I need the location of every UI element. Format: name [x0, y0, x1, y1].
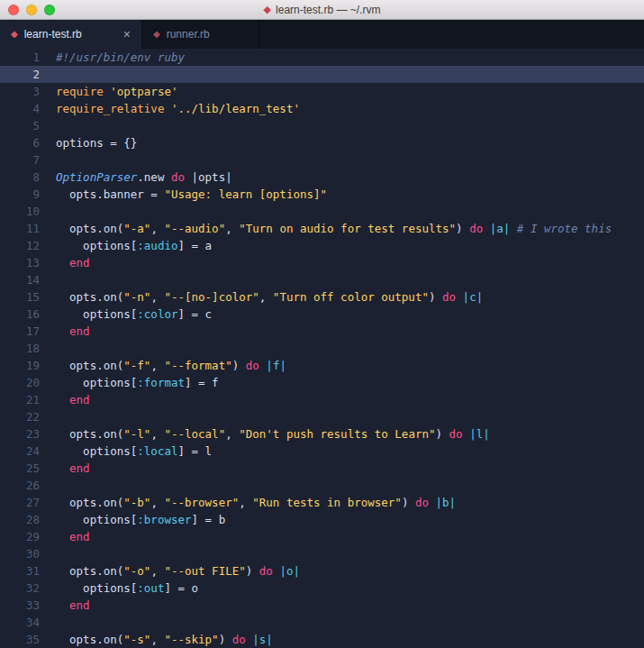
line-number: 17: [0, 323, 40, 340]
code-line[interactable]: 11 opts.on("-a", "--audio", "Turn on aud…: [0, 220, 644, 237]
code-line[interactable]: 29 end: [0, 528, 644, 545]
code-line[interactable]: 17 end: [0, 323, 644, 340]
code-line[interactable]: 28 options[:browser] = b: [0, 511, 644, 528]
line-number: 31: [0, 562, 40, 580]
code-line[interactable]: 9 opts.banner = "Usage: learn [options]": [0, 186, 644, 203]
code-line[interactable]: 23 opts.on("-l", "--local", "Don't push …: [0, 425, 644, 443]
code-line[interactable]: 16 options[:color] = c: [0, 306, 644, 323]
code-line[interactable]: 14: [0, 271, 644, 288]
line-number: 19: [0, 357, 40, 374]
line-number: 35: [0, 631, 40, 648]
line-number: 18: [0, 340, 40, 357]
code-line[interactable]: 21 end: [0, 391, 644, 408]
line-number: 12: [0, 237, 40, 254]
code-line[interactable]: 19 opts.on("-f", "--format") do |f|: [0, 357, 644, 374]
line-number: 14: [0, 271, 40, 288]
code-line[interactable]: 18: [0, 340, 644, 357]
code-line[interactable]: 25 end: [0, 460, 644, 477]
code-line[interactable]: 30: [0, 545, 644, 562]
code-text: OptionParser.new do |opts|: [40, 169, 232, 186]
code-line[interactable]: 15 opts.on("-n", "--[no-]color", "Turn o…: [0, 288, 644, 306]
code-text: require_relative '../lib/learn_test': [40, 100, 300, 117]
code-line[interactable]: 3require 'optparse': [0, 83, 644, 100]
tab-label: learn-test.rb: [24, 28, 82, 41]
line-number: 22: [0, 408, 40, 425]
code-text: options[:local] = l: [40, 443, 212, 460]
line-number: 27: [0, 494, 40, 511]
line-number: 28: [0, 511, 40, 528]
window-title-text: learn-test.rb — ~/.rvm: [276, 4, 380, 16]
code-editor[interactable]: 1#!/usr/bin/env ruby23require 'optparse'…: [0, 49, 644, 648]
code-text: opts.on("-s", "--skip") do |s|: [40, 631, 273, 648]
code-text: options = {}: [40, 134, 137, 151]
code-line[interactable]: 35 opts.on("-s", "--skip") do |s|: [0, 631, 644, 648]
code-text: end: [40, 323, 90, 340]
code-text: opts.banner = "Usage: learn [options]": [40, 186, 327, 203]
code-line[interactable]: 20 options[:format] = f: [0, 374, 644, 391]
code-line[interactable]: 32 options[:out] = o: [0, 580, 644, 597]
code-text: [40, 271, 56, 288]
code-text: options[:audio] = a: [40, 237, 212, 254]
code-line[interactable]: 22: [0, 408, 644, 425]
code-line[interactable]: 33 end: [0, 597, 644, 614]
ruby-gem-icon: ◆: [11, 30, 18, 39]
zoom-window-button[interactable]: [44, 5, 55, 15]
close-window-button[interactable]: [8, 5, 19, 15]
line-number: 8: [0, 169, 40, 186]
code-line[interactable]: 26: [0, 477, 644, 494]
code-line[interactable]: 6options = {}: [0, 134, 644, 151]
code-line[interactable]: 27 opts.on("-b", "--browser", "Run tests…: [0, 494, 644, 511]
code-line[interactable]: 7: [0, 151, 644, 169]
code-text: [40, 340, 56, 357]
line-number: 30: [0, 545, 40, 562]
tab-learn-test-rb[interactable]: ◆ learn-test.rb ×: [0, 20, 142, 49]
code-line[interactable]: 4require_relative '../lib/learn_test': [0, 100, 644, 117]
line-number: 20: [0, 374, 40, 391]
code-text: require 'optparse': [40, 83, 177, 100]
code-line[interactable]: 1#!/usr/bin/env ruby: [0, 49, 644, 66]
code-line[interactable]: 5: [0, 117, 644, 134]
line-number: 3: [0, 83, 40, 100]
code-line[interactable]: 34: [0, 614, 644, 631]
line-number: 29: [0, 528, 40, 545]
code-text: [40, 545, 56, 562]
line-number: 1: [0, 49, 40, 66]
code-text: end: [40, 460, 90, 477]
line-number: 10: [0, 203, 40, 220]
editor-window: ◆ learn-test.rb — ~/.rvm ◆ learn-test.rb…: [0, 0, 644, 648]
code-line[interactable]: 2: [0, 66, 644, 83]
line-number: 6: [0, 134, 40, 151]
code-text: [40, 408, 56, 425]
code-text: opts.on("-a", "--audio", "Turn on audio …: [40, 220, 612, 237]
code-text: opts.on("-n", "--[no-]color", "Turn off …: [40, 288, 483, 306]
code-text: options[:browser] = b: [40, 511, 225, 528]
code-line[interactable]: 8OptionParser.new do |opts|: [0, 169, 644, 186]
code-line[interactable]: 24 options[:local] = l: [0, 443, 644, 460]
code-text: options[:format] = f: [40, 374, 219, 391]
code-text: [40, 614, 56, 631]
code-text: options[:out] = o: [40, 580, 198, 597]
line-number: 24: [0, 443, 40, 460]
code-line[interactable]: 10: [0, 203, 644, 220]
tab-close-icon[interactable]: ×: [123, 28, 131, 41]
code-text: [40, 477, 56, 494]
ruby-gem-icon: ◆: [153, 30, 160, 39]
window-title: ◆ learn-test.rb — ~/.rvm: [264, 4, 381, 16]
line-number: 4: [0, 100, 40, 117]
code-text: options[:color] = c: [40, 306, 212, 323]
line-number: 32: [0, 580, 40, 597]
code-line[interactable]: 31 opts.on("-o", "--out FILE") do |o|: [0, 562, 644, 580]
code-text: end: [40, 597, 90, 614]
tab-runner-rb[interactable]: ◆ runner.rb: [142, 20, 259, 49]
code-text: opts.on("-o", "--out FILE") do |o|: [40, 562, 300, 580]
code-line[interactable]: 13 end: [0, 254, 644, 271]
code-text: #!/usr/bin/env ruby: [40, 49, 185, 66]
code-line[interactable]: 12 options[:audio] = a: [0, 237, 644, 254]
line-number: 16: [0, 306, 40, 323]
line-number: 9: [0, 186, 40, 203]
titlebar: ◆ learn-test.rb — ~/.rvm: [0, 0, 644, 20]
line-number: 7: [0, 151, 40, 169]
tab-label: runner.rb: [167, 28, 210, 41]
minimize-window-button[interactable]: [26, 5, 37, 15]
line-number: 13: [0, 254, 40, 271]
